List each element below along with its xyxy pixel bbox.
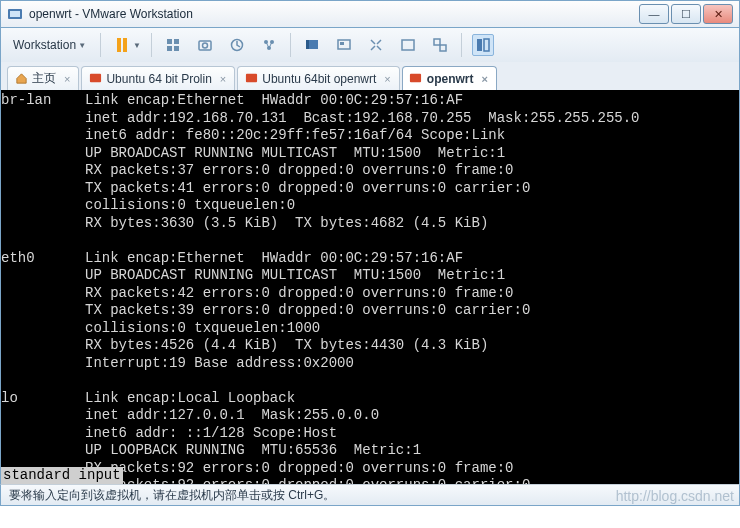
unity-button[interactable]: [429, 34, 451, 56]
svg-rect-15: [340, 42, 344, 45]
chevron-down-icon: ▼: [78, 41, 86, 50]
close-icon[interactable]: ×: [481, 73, 487, 85]
separator: [151, 33, 152, 57]
toolbar: Workstation ▼ ▼: [0, 28, 740, 62]
svg-rect-3: [174, 39, 179, 44]
window-title: openwrt - VMware Workstation: [29, 7, 631, 21]
svg-rect-17: [434, 39, 440, 45]
svg-rect-1: [10, 11, 20, 17]
svg-point-7: [202, 43, 207, 48]
vm-power-group: ▼: [111, 34, 141, 56]
svg-rect-21: [90, 74, 101, 82]
snapshot-revert-button[interactable]: [226, 34, 248, 56]
tab-openwrt[interactable]: openwrt ×: [402, 66, 497, 90]
titlebar: openwrt - VMware Workstation — ☐ ✕: [0, 0, 740, 28]
tab-label: openwrt: [427, 72, 474, 86]
svg-rect-18: [440, 45, 446, 51]
status-bar: 要将输入定向到该虚拟机，请在虚拟机内部单击或按 Ctrl+G。: [0, 484, 740, 506]
fullscreen-button[interactable]: [397, 34, 419, 56]
workstation-menu[interactable]: Workstation ▼: [9, 36, 90, 54]
svg-rect-13: [306, 40, 309, 49]
app-icon: [7, 6, 23, 22]
status-text: 要将输入定向到该虚拟机，请在虚拟机内部单击或按 Ctrl+G。: [9, 487, 335, 504]
minimize-button[interactable]: —: [639, 4, 669, 24]
svg-rect-22: [246, 74, 257, 82]
pause-button[interactable]: [111, 34, 133, 56]
close-icon[interactable]: ×: [220, 73, 226, 85]
chevron-down-icon[interactable]: ▼: [133, 41, 141, 50]
standard-input-indicator: standard input: [1, 467, 123, 485]
tab-label: Ubuntu 64bit openwrt: [262, 72, 376, 86]
stretch-guest-button[interactable]: [365, 34, 387, 56]
svg-rect-4: [167, 46, 172, 51]
send-ctrl-alt-del-button[interactable]: [162, 34, 184, 56]
svg-rect-23: [410, 74, 421, 82]
home-icon: [14, 72, 28, 86]
tab-ubuntu-prolin[interactable]: Ubuntu 64 bit Prolin ×: [81, 66, 235, 90]
close-icon[interactable]: ×: [384, 73, 390, 85]
svg-rect-5: [174, 46, 179, 51]
terminal-lines: br-lan Link encap:Ethernet HWaddr 00:0C:…: [1, 92, 739, 484]
tab-home[interactable]: 主页 ×: [7, 66, 79, 90]
show-console-button[interactable]: [301, 34, 323, 56]
svg-rect-19: [477, 39, 482, 51]
tab-label: Ubuntu 64 bit Prolin: [106, 72, 211, 86]
tab-label: 主页: [32, 70, 56, 87]
close-icon[interactable]: ×: [64, 73, 70, 85]
vm-icon: [88, 72, 102, 86]
vm-icon: [409, 72, 423, 86]
snapshot-button[interactable]: [194, 34, 216, 56]
show-thumbnail-button[interactable]: [333, 34, 355, 56]
snapshot-manager-button[interactable]: [258, 34, 280, 56]
separator: [290, 33, 291, 57]
window-controls: — ☐ ✕: [637, 4, 733, 24]
tab-strip: 主页 × Ubuntu 64 bit Prolin × Ubuntu 64bit…: [0, 62, 740, 90]
svg-rect-2: [167, 39, 172, 44]
separator: [461, 33, 462, 57]
separator: [100, 33, 101, 57]
terminal-output[interactable]: br-lan Link encap:Ethernet HWaddr 00:0C:…: [0, 90, 740, 484]
svg-rect-16: [402, 40, 414, 50]
close-button[interactable]: ✕: [703, 4, 733, 24]
tab-ubuntu-openwrt[interactable]: Ubuntu 64bit openwrt ×: [237, 66, 400, 90]
vm-icon: [244, 72, 258, 86]
maximize-button[interactable]: ☐: [671, 4, 701, 24]
show-library-button[interactable]: [472, 34, 494, 56]
workstation-menu-label: Workstation: [13, 38, 76, 52]
svg-rect-20: [484, 39, 489, 51]
